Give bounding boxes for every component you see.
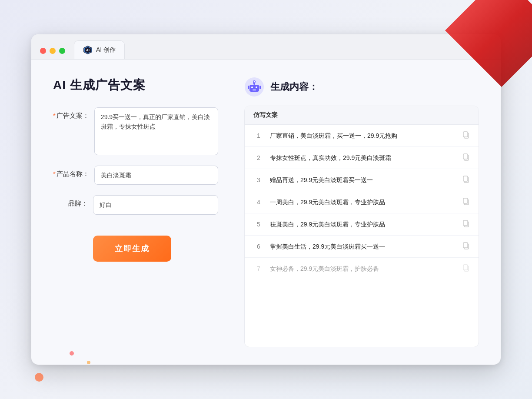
browser-window: AI AI 创作 AI 生成广告文案 *广告文案： 29.9买一送一，真正的厂家… (31, 34, 501, 365)
browser-chrome: AI AI 创作 (31, 34, 501, 60)
ad-copy-group: *广告文案： 29.9买一送一，真正的厂家直销，美白淡斑霜，专抹女性斑点 (53, 107, 218, 155)
table-row: 1厂家直销，美白淡斑霜，买一送一，29.9元抢购 (245, 125, 479, 147)
svg-rect-20 (463, 198, 468, 203)
brand-input[interactable]: 好白 (93, 195, 218, 214)
result-text: 专抹女性斑点，真实功效，29.9元美白淡斑霜 (270, 153, 456, 163)
browser-tab[interactable]: AI AI 创作 (74, 40, 125, 59)
result-number: 7 (253, 265, 264, 272)
traffic-light-maximize[interactable] (59, 48, 65, 54)
left-panel: AI 生成广告文案 *广告文案： 29.9买一送一，真正的厂家直销，美白淡斑霜，… (53, 77, 218, 347)
brand-label: 品牌： (53, 195, 88, 208)
svg-rect-6 (256, 86, 257, 88)
svg-text:AI: AI (86, 48, 90, 52)
table-row: 2专抹女性斑点，真实功效，29.9元美白淡斑霜 (245, 147, 479, 169)
product-name-group: *产品名称： 美白淡斑霜 (53, 166, 218, 185)
browser-content: AI 生成广告文案 *广告文案： 29.9买一送一，真正的厂家直销，美白淡斑霜，… (31, 60, 501, 365)
result-number: 1 (253, 132, 264, 139)
result-text: 女神必备，29.9元美白淡斑霜，护肤必备 (270, 264, 456, 273)
svg-rect-22 (463, 220, 468, 226)
robot-icon (244, 77, 264, 97)
svg-rect-18 (463, 176, 468, 181)
traffic-light-close[interactable] (40, 48, 46, 54)
copy-icon[interactable] (462, 153, 470, 163)
traffic-light-minimize[interactable] (50, 48, 56, 54)
svg-point-10 (254, 81, 255, 83)
result-text: 赠品再送，29.9元美白淡斑霜买一送一 (270, 176, 456, 185)
svg-rect-11 (248, 86, 249, 89)
copy-icon[interactable] (462, 264, 470, 273)
table-row: 5祛斑美白，29.9元美白淡斑霜，专业护肤品 (245, 213, 479, 236)
result-text: 厂家直销，美白淡斑霜，买一送一，29.9元抢购 (270, 131, 456, 140)
ad-copy-input[interactable]: 29.9买一送一，真正的厂家直销，美白淡斑霜，专抹女性斑点 (94, 107, 218, 155)
ai-logo-icon: AI (83, 45, 93, 55)
results-title: 生成内容： (270, 80, 318, 93)
generate-button[interactable]: 立即生成 (93, 236, 171, 262)
result-number: 2 (253, 154, 264, 161)
result-number: 3 (253, 176, 264, 183)
svg-rect-5 (251, 86, 253, 88)
page-title: AI 生成广告文案 (53, 77, 218, 93)
table-row: 4一周美白，29.9元美白淡斑霜，专业护肤品 (245, 191, 479, 213)
svg-rect-12 (259, 86, 261, 89)
svg-rect-14 (463, 132, 468, 137)
copy-icon[interactable] (462, 131, 470, 140)
results-table: 仿写文案 1厂家直销，美白淡斑霜，买一送一，29.9元抢购 2专抹女性斑点，真实… (244, 106, 479, 347)
ad-copy-label: *广告文案： (53, 107, 89, 120)
copy-icon[interactable] (462, 175, 470, 185)
right-panel: 生成内容： 仿写文案 1厂家直销，美白淡斑霜，买一送一，29.9元抢购 2专抹女… (244, 77, 479, 347)
table-row: 6掌握美白生活，29.9元美白淡斑霜买一送一 (245, 236, 479, 258)
ad-copy-required: * (53, 112, 56, 119)
svg-rect-24 (463, 243, 468, 248)
brand-group: 品牌： 好白 (53, 195, 218, 214)
result-number: 6 (253, 243, 264, 250)
table-row: 7女神必备，29.9元美白淡斑霜，护肤必备 (245, 258, 479, 279)
product-name-label: *产品名称： (53, 166, 89, 178)
result-text: 掌握美白生活，29.9元美白淡斑霜买一送一 (270, 242, 456, 251)
results-header: 生成内容： (244, 77, 479, 97)
traffic-lights (40, 48, 65, 54)
copy-icon[interactable] (462, 197, 470, 207)
table-row: 3赠品再送，29.9元美白淡斑霜买一送一 (245, 169, 479, 191)
copy-icon[interactable] (462, 219, 470, 229)
svg-rect-7 (253, 90, 256, 90)
svg-rect-26 (463, 265, 468, 270)
svg-rect-16 (463, 154, 468, 159)
result-number: 4 (253, 199, 264, 206)
svg-rect-4 (249, 85, 259, 92)
product-name-required: * (53, 170, 56, 177)
result-number: 5 (253, 221, 264, 228)
copy-icon[interactable] (462, 242, 470, 251)
results-container: 1厂家直销，美白淡斑霜，买一送一，29.9元抢购 2专抹女性斑点，真实功效，29… (245, 125, 479, 279)
result-text: 一周美白，29.9元美白淡斑霜，专业护肤品 (270, 198, 456, 207)
table-header: 仿写文案 (245, 106, 479, 125)
tab-title: AI 创作 (96, 46, 116, 54)
result-text: 祛斑美白，29.9元美白淡斑霜，专业护肤品 (270, 220, 456, 229)
product-name-input[interactable]: 美白淡斑霜 (94, 166, 218, 185)
